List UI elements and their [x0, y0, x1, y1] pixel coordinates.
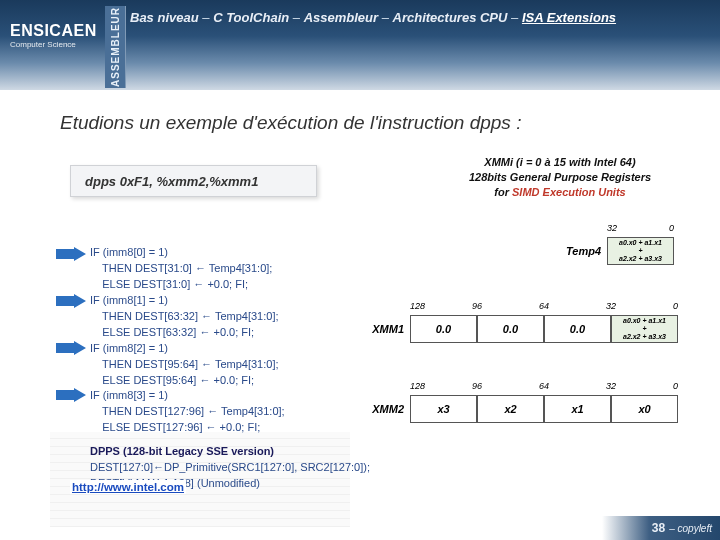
page-footer: 38 – copyleft [602, 516, 720, 540]
breadcrumb-item: Bas niveau [130, 10, 199, 25]
bit-label: 64 [539, 381, 549, 391]
register-label: XMM2 [372, 403, 410, 415]
svg-marker-2 [56, 341, 86, 355]
pseudocode-footer-line: DEST[127:0]←DP_Primitive(SRC1[127:0], SR… [90, 460, 370, 476]
regdesc-line2: 128bits General Purpose Registers [420, 170, 700, 185]
pseudocode-line: ELSE DEST[31:0] ← +0.0; FI; [90, 277, 370, 293]
breadcrumb-item: Assembleur [304, 10, 378, 25]
bit-label: 32 [606, 381, 616, 391]
page-number: 38 [652, 521, 665, 535]
logo-sub: Computer Science [10, 40, 97, 49]
register-cell: a0.x0 + a1.x1 + a2.x2 + a3.x3 [611, 315, 678, 343]
instruction-codebox: dpps 0xF1, %xmm2,%xmm1 [70, 165, 317, 197]
breadcrumb-item: Architectures CPU [393, 10, 508, 25]
pseudocode-block: IF (imm8[0] = 1) THEN DEST[31:0] ← Temp4… [90, 245, 370, 492]
register-label: XMM1 [372, 323, 410, 335]
bit-label: 96 [472, 381, 482, 391]
register-cell: x1 [544, 395, 611, 423]
bit-label: 32 [607, 223, 617, 233]
pseudocode-line: THEN DEST[63:32] ← Temp4[31:0]; [90, 309, 370, 325]
regdesc-line3a: for [494, 186, 512, 198]
svg-marker-3 [56, 388, 86, 402]
register-cell: 0.0 [544, 315, 611, 343]
intel-link[interactable]: http://www.intel.com [70, 480, 186, 494]
footer-suffix: – copyleft [669, 523, 712, 534]
breadcrumb-item: C ToolChain [213, 10, 289, 25]
register-cell: x2 [477, 395, 544, 423]
pseudocode-line: THEN DEST[95:64] ← Temp4[31:0]; [90, 357, 370, 373]
svg-marker-1 [56, 294, 86, 308]
bit-label: 128 [410, 381, 425, 391]
school-logo: ENSICAEN Computer Science [10, 22, 97, 49]
pseudocode-line: THEN DEST[31:0] ← Temp4[31:0]; [90, 261, 370, 277]
section-tab: ASSEMBLEUR [105, 6, 126, 88]
pseudocode-line: IF (imm8[0] = 1) [90, 245, 370, 261]
pseudocode-line: IF (imm8[2] = 1) [90, 341, 370, 357]
instruction-text: dpps 0xF1, %xmm2,%xmm1 [71, 174, 258, 189]
bit-label: 0 [673, 381, 678, 391]
bit-label: 0 [669, 223, 674, 233]
bit-label: 128 [410, 301, 425, 311]
breadcrumb: Bas niveau – C ToolChain – Assembleur – … [130, 10, 700, 25]
bit-label: 96 [472, 301, 482, 311]
logo-main: ENSICAEN [10, 22, 97, 40]
register-cell: a0.x0 + a1.x1 + a2.x2 + a3.x3 [607, 237, 674, 265]
register-cell: x3 [410, 395, 477, 423]
regdesc-line3b: SIMD Execution Units [512, 186, 626, 198]
pseudocode-footer-line: DPPS (128-bit Legacy SSE version) [90, 444, 370, 460]
register-temp4: Temp4a0.x0 + a1.x1 + a2.x2 + a3.x3320 [607, 237, 674, 265]
bit-label: 32 [606, 301, 616, 311]
bit-label: 64 [539, 301, 549, 311]
arrow-icon [56, 388, 86, 402]
register-description: XMMi (i = 0 à 15 with Intel 64) 128bits … [420, 155, 700, 200]
register-cell: x0 [611, 395, 678, 423]
register-label: Temp4 [566, 245, 607, 257]
pseudocode-line: ELSE DEST[63:32] ← +0.0; FI; [90, 325, 370, 341]
arrow-icon [56, 294, 86, 308]
pseudocode-line: ELSE DEST[127:96] ← +0.0; FI; [90, 420, 370, 436]
pseudocode-line: IF (imm8[3] = 1) [90, 388, 370, 404]
svg-marker-0 [56, 247, 86, 261]
register-xmm2: XMM2x3x2x1x01289664320 [410, 395, 678, 423]
bit-label: 0 [673, 301, 678, 311]
breadcrumb-item: ISA Extensions [522, 10, 616, 25]
register-xmm1: XMM10.00.00.0a0.x0 + a1.x1 + a2.x2 + a3.… [410, 315, 678, 343]
arrow-icon [56, 341, 86, 355]
pseudocode-line: ELSE DEST[95:64] ← +0.0; FI; [90, 373, 370, 389]
pseudocode-line: IF (imm8[1] = 1) [90, 293, 370, 309]
pseudocode-line: THEN DEST[127:96] ← Temp4[31:0]; [90, 404, 370, 420]
arrow-icon [56, 247, 86, 261]
register-cell: 0.0 [410, 315, 477, 343]
page-title: Etudions un exemple d'exécution de l'ins… [60, 112, 521, 134]
register-cell: 0.0 [477, 315, 544, 343]
regdesc-line1: XMMi (i = 0 à 15 with Intel 64) [420, 155, 700, 170]
